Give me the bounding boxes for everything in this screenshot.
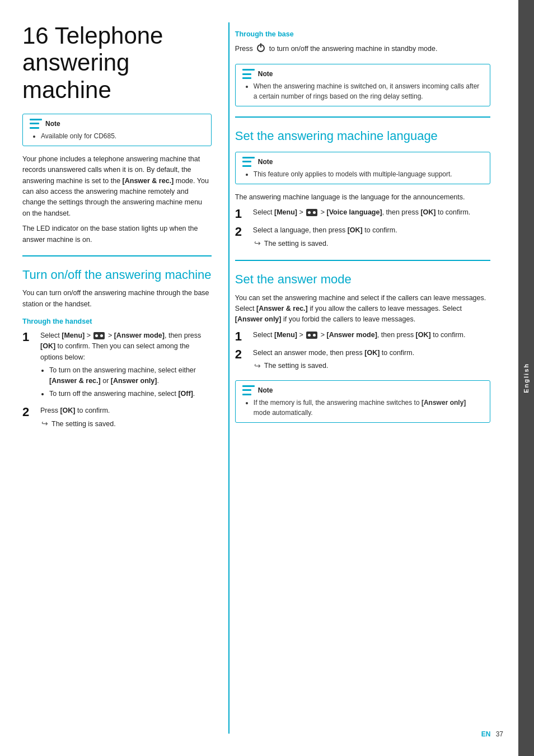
note-header-1: Note [30,119,204,129]
note-item-1: Available only for CD685. [41,131,204,141]
option-on: To turn on the answering machine, select… [49,365,212,387]
divider-3 [235,260,490,261]
power-icon [256,43,266,53]
step-content-l1: Select [Menu] > > [Voice language], then… [253,207,490,218]
step-content-m2: Select an answer mode, then press [OK] t… [253,348,490,372]
note-item-base: When the answering machine is switched o… [254,81,483,101]
step-lang-2: 2 Select a language, then press [OK] to … [235,225,490,250]
step-mode-2: 2 Select an answer mode, then press [OK]… [235,348,490,372]
chapter-number: 16 [22,22,49,49]
answer-mode-intro: You can set the answering machine and se… [235,293,490,325]
step-mode-1: 1 Select [Menu] > > [Answer mode], then … [235,330,490,343]
section1-intro: You can turn on/off the answering machin… [22,288,212,310]
note-header-lang: Note [242,157,483,167]
note-item-lang: This feature only applies to models with… [254,169,483,179]
note-box-mode: Note If the memory is full, the answerin… [235,380,490,423]
base-text: Press to turn on/off the answering machi… [235,43,490,56]
step-num-l1: 1 [235,207,251,221]
step1-options: To turn on the answering machine, select… [49,365,212,399]
intro-text: Your phone includes a telephone answerin… [22,154,212,219]
result-l2: ↪ The setting is saved. [254,237,490,250]
note-box-lang: Note This feature only applies to models… [235,152,490,184]
chapter-title: 16 Telephone answering machine [22,22,212,104]
note-box-base: Note When the answering machine is switc… [235,64,490,106]
note-content-base: When the answering machine is switched o… [242,81,483,101]
note-label-mode: Note [258,385,273,395]
right-column: Through the base Press to turn on/off th… [228,22,490,734]
note-content-mode: If the memory is full, the answering mac… [242,398,483,418]
am-icon-m1 [306,332,317,339]
note-header-base: Note [242,69,483,79]
sub-heading-base: Through the base [235,29,490,40]
note-label-base: Note [258,69,273,79]
sidebar-tab: English [518,0,534,756]
section-heading-3: Set the answer mode [235,272,490,287]
result-h2: ↪ The setting is saved. [41,418,212,430]
step-num-m2: 2 [235,348,251,361]
note-icon-1 [30,119,42,129]
result-text-h2: The setting is saved. [51,419,116,430]
divider-2 [235,116,490,118]
step-num-m1: 1 [235,330,251,343]
step-handset-2: 2 Press [OK] to confirm. ↪ The setting i… [22,405,212,430]
option-off: To turn off the answering machine, selec… [49,389,212,399]
sidebar-label: English [522,363,531,393]
left-column: 16 Telephone answering machine Note Avai… [22,22,228,734]
step-content-l2: Select a language, then press [OK] to co… [253,225,490,250]
steps-handset: 1 Select [Menu] > > [Answer mode], then … [22,330,212,430]
result-text-l2: The setting is saved. [264,239,329,249]
step-lang-1: 1 Select [Menu] > > [Voice language], th… [235,207,490,221]
page: English 16 Telephone answering machine N… [0,0,534,756]
note-content-1: Available only for CD685. [30,131,204,141]
main-content: 16 Telephone answering machine Note Avai… [0,0,518,756]
am-icon-l1 [306,209,317,216]
step-handset-1: 1 Select [Menu] > > [Answer mode], then … [22,330,212,401]
step-content-h1: Select [Menu] > > [Answer mode], then pr… [40,330,212,401]
footer-lang: EN [481,730,491,738]
step-content-m1: Select [Menu] > > [Answer mode], then pr… [253,330,490,340]
arrow-m2: ↪ [254,360,261,372]
sub-heading-handset: Through the handset [22,316,212,327]
steps-lang: 1 Select [Menu] > > [Voice language], th… [235,207,490,250]
note-content-lang: This feature only applies to models with… [242,169,483,179]
step-content-h2: Press [OK] to confirm. ↪ The setting is … [40,405,212,430]
note-icon-mode [242,385,255,395]
note-label-lang: Note [258,157,273,167]
arrow-l2: ↪ [254,237,261,250]
steps-mode: 1 Select [Menu] > > [Answer mode], then … [235,330,490,372]
note-icon-lang [242,157,255,167]
result-text-m2: The setting is saved. [264,361,329,371]
divider-1 [22,255,212,256]
result-m2: ↪ The setting is saved. [254,360,490,372]
section-heading-1: Turn on/off the answering machine [22,268,212,282]
note-item-mode: If the memory is full, the answering mac… [254,398,483,418]
page-footer: EN 37 [481,729,503,739]
step-num-h2: 2 [22,405,38,419]
step-num-h1: 1 [22,330,38,344]
answering-machine-icon [93,332,105,339]
note-label-1: Note [45,119,60,129]
lang-intro: The answering machine language is the la… [235,192,490,203]
note-box-1: Note Available only for CD685. [22,114,212,146]
intro-text-2: The LED indicator on the base station li… [22,223,212,245]
arrow-h2: ↪ [41,418,48,430]
note-header-mode: Note [242,385,483,395]
note-icon-base [242,69,255,79]
step-num-l2: 2 [235,225,251,239]
section-heading-2: Set the answering machine language [235,129,490,143]
footer-page: 37 [496,730,503,738]
